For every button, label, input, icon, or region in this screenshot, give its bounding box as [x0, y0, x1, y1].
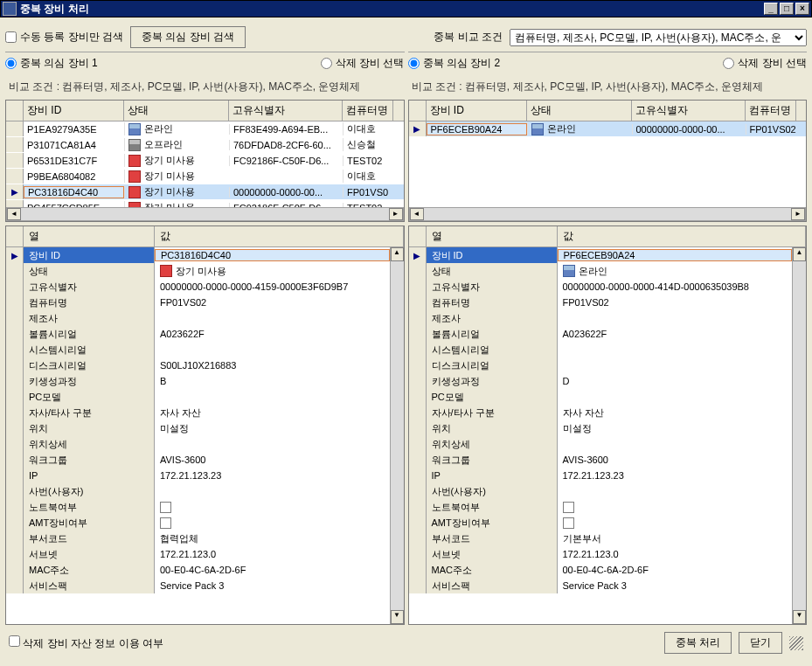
detail-row[interactable]: 컴퓨터명 FP01VS02 — [409, 295, 793, 310]
detail-col-indicator[interactable] — [6, 226, 24, 246]
detail-row[interactable]: 고유식별자 00000000-0000-0000-4159-0000E3F6D9… — [6, 279, 390, 295]
col-indicator-r[interactable] — [409, 101, 427, 121]
table-row[interactable]: ▶ PC31816D4C40 장기 미사용 00000000-0000-00..… — [6, 184, 404, 200]
panel-right-radio[interactable]: 중복 의심 장비 2 — [408, 56, 501, 71]
detail-row[interactable]: 서브넷 172.21.123.0 — [409, 546, 793, 562]
panel-right-delete-radio[interactable]: 삭제 장비 선택 — [723, 56, 807, 71]
vscrollbar-right[interactable]: ▲ ▼ — [792, 247, 806, 624]
detail-col-value[interactable]: 값 — [155, 226, 404, 246]
manual-only-checkbox[interactable]: 수동 등록 장비만 검색 — [5, 30, 123, 45]
detail-row[interactable]: 키생성과정 B — [6, 373, 390, 389]
scroll-down-icon-r[interactable]: ▼ — [793, 610, 806, 624]
close-button[interactable]: × — [795, 3, 809, 15]
detail-row[interactable]: 자사/타사 구분 자사 자산 — [6, 405, 390, 420]
col-equipid-r[interactable]: 장비 ID — [427, 101, 527, 121]
detail-row[interactable]: 워크그룹 AVIS-3600 — [6, 452, 390, 468]
resize-grip-icon[interactable] — [789, 636, 803, 650]
panel-left-radio[interactable]: 중복 의심 장비 1 — [5, 56, 98, 71]
detail-row[interactable]: AMT장비여부 — [409, 515, 793, 531]
scroll-right-icon[interactable]: ► — [389, 208, 403, 220]
titlebar[interactable]: 중복 장비 처리 _ □ × — [0, 0, 812, 17]
detail-col-value-r[interactable]: 값 — [558, 226, 807, 246]
table-row[interactable]: P31071CA81A4 오프라인 76DFDAD8-2CF6-60... 신승… — [6, 137, 404, 153]
detail-row[interactable]: 사번(사용자) — [6, 483, 390, 499]
col-indicator[interactable] — [6, 101, 24, 121]
detail-row[interactable]: 서비스팩 Service Pack 3 — [6, 578, 390, 593]
detail-row[interactable]: PC모델 — [6, 389, 390, 405]
detail-row[interactable]: PC모델 — [409, 389, 793, 405]
scroll-right-icon-r[interactable]: ► — [791, 208, 805, 220]
detail-row[interactable]: IP 172.21.123.23 — [6, 468, 390, 483]
col-computer[interactable]: 컴퓨터명 — [343, 101, 393, 121]
checkbox-icon[interactable] — [160, 502, 171, 513]
detail-row[interactable]: 디스크시리얼 — [409, 357, 793, 373]
close-dialog-button[interactable]: 닫기 — [739, 632, 782, 654]
detail-row[interactable]: 노트북여부 — [409, 499, 793, 515]
detail-col-key-r[interactable]: 열 — [427, 226, 558, 246]
detail-row[interactable]: 디스크시리얼 S00LJ10X216883 — [6, 357, 390, 373]
detail-row[interactable]: 컴퓨터명 FP01VS02 — [6, 295, 390, 310]
hscrollbar-right[interactable]: ◄ ► — [409, 207, 807, 221]
col-uid[interactable]: 고유식별자 — [229, 101, 343, 121]
col-status[interactable]: 상태 — [124, 101, 229, 121]
delete-asset-info-checkbox[interactable]: 삭제 장비 자산 정보 이용 여부 — [9, 635, 163, 651]
detail-row[interactable]: ▶ 장비 ID PF6ECEB90A24 — [409, 247, 793, 263]
detail-row[interactable]: 서비스팩 Service Pack 3 — [409, 578, 793, 593]
detail-row[interactable]: 위치 미설정 — [6, 420, 390, 436]
detail-row[interactable]: 시스템시리얼 — [6, 342, 390, 357]
scroll-left-icon[interactable]: ◄ — [7, 208, 21, 220]
vscrollbar-left[interactable]: ▲ ▼ — [390, 247, 404, 624]
table-row[interactable]: P6531DE31C7F 장기 미사용 FC92186F-C50F-D6... … — [6, 153, 404, 169]
detail-row[interactable]: 부서코드 기본부서 — [409, 531, 793, 546]
detail-row[interactable]: 위치 미설정 — [409, 420, 793, 436]
detail-row[interactable]: 상태 온라인 — [409, 263, 793, 279]
detail-row[interactable]: 고유식별자 00000000-0000-0000-414D-0000635039… — [409, 279, 793, 295]
detail-row[interactable]: MAC주소 00-E0-4C-6A-2D-6F — [409, 562, 793, 578]
detail-row[interactable]: 상태 장기 미사용 — [6, 263, 390, 279]
table-row[interactable]: ▶ PF6ECEB90A24 온라인 00000000-0000-00... F… — [409, 121, 807, 137]
detail-value: Service Pack 3 — [558, 580, 793, 591]
scroll-up-icon-r[interactable]: ▲ — [793, 247, 806, 261]
table-row[interactable]: PC4557CCD85E 장기 미사용 FC92186F-C50F-D6... … — [6, 200, 404, 207]
detail-row[interactable]: 노트북여부 — [6, 499, 390, 515]
compare-condition-select[interactable]: 컴퓨터명, 제조사, PC모델, IP, 사번(사용자), MAC주소, 운 — [510, 29, 807, 46]
col-uid-r[interactable]: 고유식별자 — [632, 101, 746, 121]
detail-row[interactable]: IP 172.21.123.23 — [409, 468, 793, 483]
minimize-button[interactable]: _ — [764, 3, 778, 15]
scroll-left-icon-r[interactable]: ◄ — [410, 208, 424, 220]
detail-row[interactable]: 자사/타사 구분 자사 자산 — [409, 405, 793, 420]
col-equipid[interactable]: 장비 ID — [24, 101, 124, 121]
detail-row[interactable]: 제조사 — [6, 310, 390, 326]
table-row[interactable]: P1EA9279A35E 온라인 FF83E499-A694-EB... 이대호 — [6, 121, 404, 137]
search-duplicate-button[interactable]: 중복 의심 장비 검색 — [130, 26, 246, 48]
panel-left-delete-radio[interactable]: 삭제 장비 선택 — [321, 56, 405, 71]
detail-row[interactable]: 위치상세 — [409, 436, 793, 452]
checkbox-icon[interactable] — [160, 517, 171, 529]
detail-row[interactable]: 제조사 — [409, 310, 793, 326]
col-status-r[interactable]: 상태 — [527, 101, 632, 121]
table-row[interactable]: P9BEA6804082 장기 미사용 이대호 — [6, 169, 404, 184]
scroll-down-icon[interactable]: ▼ — [391, 610, 404, 624]
checkbox-icon[interactable] — [563, 517, 574, 529]
scroll-up-icon[interactable]: ▲ — [391, 247, 404, 261]
hscrollbar-left[interactable]: ◄ ► — [6, 207, 404, 221]
detail-row[interactable]: 볼륨시리얼 A023622F — [6, 326, 390, 342]
detail-col-indicator-r[interactable] — [409, 226, 427, 246]
detail-row[interactable]: 서브넷 172.21.123.0 — [6, 546, 390, 562]
detail-row[interactable]: 위치상세 — [6, 436, 390, 452]
maximize-button[interactable]: □ — [780, 3, 794, 15]
detail-row[interactable]: 워크그룹 AVIS-3600 — [409, 452, 793, 468]
duplicate-process-button[interactable]: 중복 처리 — [664, 632, 732, 654]
detail-row[interactable]: MAC주소 00-E0-4C-6A-2D-6F — [6, 562, 390, 578]
checkbox-icon[interactable] — [563, 502, 574, 513]
detail-row[interactable]: AMT장비여부 — [6, 515, 390, 531]
detail-row[interactable]: 시스템시리얼 — [409, 342, 793, 357]
detail-row[interactable]: 사번(사용자) — [409, 483, 793, 499]
detail-row[interactable]: 볼륨시리얼 A023622F — [409, 326, 793, 342]
col-computer-r[interactable]: 컴퓨터명 — [746, 101, 796, 121]
manual-only-check[interactable] — [5, 31, 17, 43]
detail-col-key[interactable]: 열 — [24, 226, 155, 246]
detail-row[interactable]: 부서코드 협력업체 — [6, 531, 390, 546]
detail-row[interactable]: 키생성과정 D — [409, 373, 793, 389]
detail-row[interactable]: ▶ 장비 ID PC31816D4C40 — [6, 247, 390, 263]
